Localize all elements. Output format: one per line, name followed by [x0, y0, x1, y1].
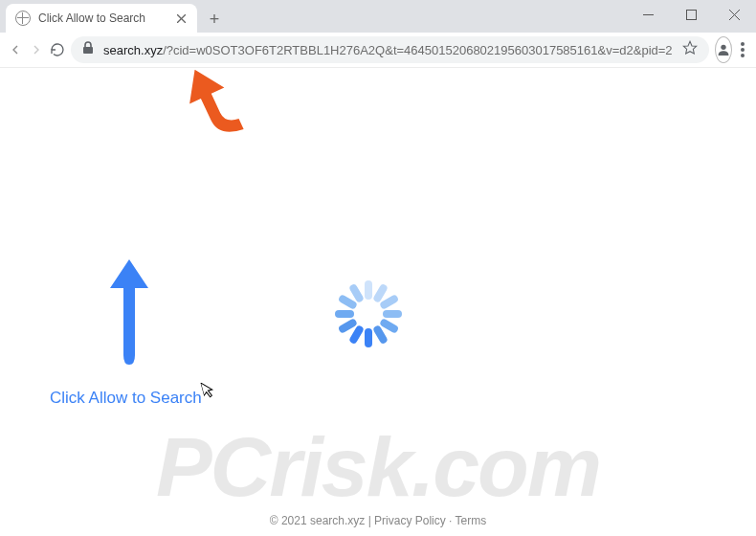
blue-up-arrow-icon: [102, 250, 156, 378]
star-icon[interactable]: [682, 40, 698, 59]
browser-toolbar: search.xyz/?cid=w0SOT3OF6T2RTBBL1H276A2Q…: [0, 33, 756, 68]
forward-button[interactable]: [29, 36, 44, 63]
page-content: Click Allow to Search © 2021 search.xyz …: [0, 68, 756, 536]
svg-rect-6: [83, 47, 93, 54]
address-bar[interactable]: search.xyz/?cid=w0SOT3OF6T2RTBBL1H276A2Q…: [71, 36, 709, 63]
globe-icon: [15, 11, 31, 26]
close-tab-button[interactable]: [174, 11, 188, 25]
minimize-button[interactable]: [627, 0, 670, 29]
maximize-button[interactable]: [670, 0, 713, 29]
svg-point-8: [721, 45, 725, 50]
watermark-text: PCrisk.com: [156, 419, 600, 514]
close-window-button[interactable]: [713, 0, 756, 29]
loading-spinner-icon: [335, 280, 402, 347]
reload-button[interactable]: [50, 36, 65, 63]
svg-rect-1: [687, 10, 697, 19]
svg-point-11: [741, 54, 745, 57]
url-text: search.xyz/?cid=w0SOT3OF6T2RTBBL1H276A2Q…: [103, 43, 673, 57]
browser-tab[interactable]: Click Allow to Search: [6, 4, 197, 33]
svg-point-10: [741, 48, 745, 52]
footer-text: © 2021 search.xyz | Privacy Policy · Ter…: [270, 514, 486, 527]
mouse-cursor-icon: [200, 380, 216, 402]
back-button[interactable]: [8, 36, 23, 63]
watermark: PCrisk.com: [156, 418, 600, 516]
svg-marker-7: [683, 41, 696, 54]
new-tab-button[interactable]: +: [201, 6, 228, 33]
hint-text: Click Allow to Search: [50, 389, 202, 408]
profile-avatar[interactable]: [715, 36, 732, 63]
svg-point-9: [741, 42, 745, 46]
lock-icon: [82, 41, 94, 58]
tab-title: Click Allow to Search: [38, 11, 167, 25]
kebab-menu-icon[interactable]: [738, 36, 748, 63]
window-controls: [627, 0, 756, 29]
